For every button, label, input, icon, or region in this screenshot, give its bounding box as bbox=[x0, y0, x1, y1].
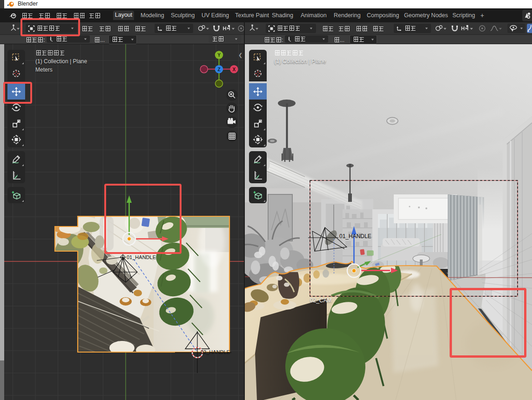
svg-text:X: X bbox=[232, 67, 236, 72]
svg-text:Y: Y bbox=[217, 53, 221, 58]
svg-text:Z: Z bbox=[217, 67, 220, 72]
